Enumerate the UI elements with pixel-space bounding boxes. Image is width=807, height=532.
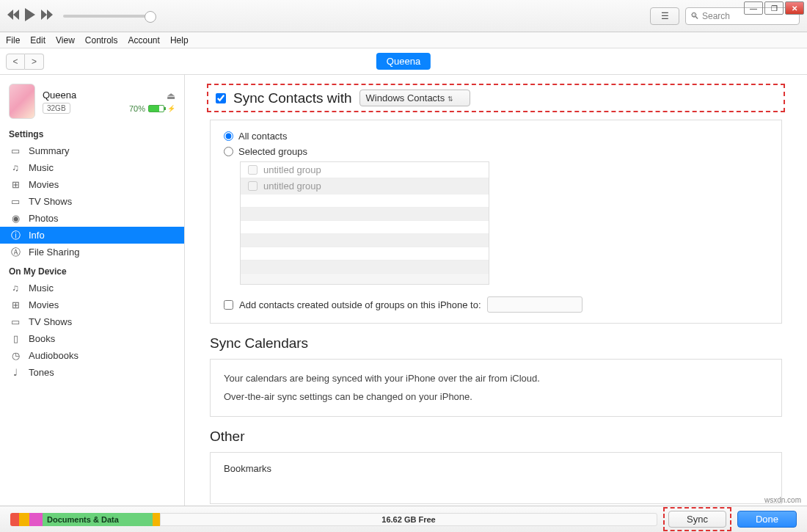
calendars-line2: Over-the-air sync settings can be change… [224, 388, 768, 407]
device-thumbnail-icon [9, 84, 35, 119]
sidebar-item-tvshows[interactable]: ▭TV Shows [0, 193, 184, 210]
nav-forward-button[interactable]: > [25, 54, 44, 70]
sync-button-highlight: Sync [663, 507, 731, 531]
group-checkbox [248, 165, 258, 175]
menu-file[interactable]: File [6, 35, 20, 45]
add-outside-checkbox[interactable] [224, 300, 233, 310]
sync-contacts-dropdown-value: Windows Contacts [366, 92, 445, 103]
bottom-bar: Documents & Data 16.62 GB Free Sync Done [0, 506, 807, 532]
sidebar-item-music[interactable]: ♫Music [0, 159, 184, 176]
sidebar-item-label: Books [29, 333, 55, 344]
calendars-line1: Your calendars are being synced with you… [224, 370, 768, 388]
window-controls: — ❐ ✕ [744, 1, 804, 15]
sidebar-ondevice-heading: On My Device [0, 260, 184, 280]
sidebar-item-info[interactable]: ⓘInfo [0, 227, 184, 244]
group-label: untitled group [263, 164, 321, 175]
sidebar-item-photos[interactable]: ◉Photos [0, 210, 184, 227]
battery-status: 70% ⚡ [129, 104, 175, 113]
other-heading: Other [210, 429, 782, 445]
sync-contacts-dropdown[interactable]: Windows Contacts ⇅ [359, 90, 470, 106]
sidebar: Queena 32GB ⏏ 70% ⚡ Settings ▭Summary ♫M… [0, 75, 185, 506]
radio-all-label: All contacts [238, 131, 287, 142]
prev-track-icon[interactable] [7, 10, 21, 22]
sidebar-item-label: Info [29, 230, 45, 241]
radio-selected-label: Selected groups [238, 146, 307, 157]
sidebar-item-label: Summary [29, 145, 70, 156]
sync-calendars-heading: Sync Calendars [210, 335, 782, 351]
toolbar: ☰ 🔍︎ Search [0, 0, 807, 32]
radio-selected-groups[interactable] [224, 147, 233, 156]
sidebar-item-label: Music [29, 283, 54, 294]
next-track-icon[interactable] [41, 10, 54, 22]
device-capacity-badge: 32GB [43, 103, 70, 114]
sidebar-item-label: TV Shows [29, 196, 72, 207]
sidebar-item-label: Tones [29, 367, 54, 378]
add-outside-label: Add contacts created outside of groups o… [239, 299, 481, 310]
sidebar-item-device-tvshows[interactable]: ▭TV Shows [0, 313, 184, 330]
sidebar-item-device-movies[interactable]: ⊞Movies [0, 296, 184, 313]
menu-bar: File Edit View Controls Account Help [0, 32, 807, 48]
sidebar-item-device-music[interactable]: ♫Music [0, 280, 184, 296]
sidebar-item-summary[interactable]: ▭Summary [0, 142, 184, 159]
sync-contacts-checkbox[interactable] [216, 93, 226, 103]
play-icon[interactable] [25, 8, 37, 23]
group-label: untitled group [263, 181, 321, 192]
summary-icon: ▭ [9, 146, 22, 156]
sidebar-item-label: Movies [29, 299, 59, 310]
sidebar-item-label: Movies [29, 179, 59, 190]
sync-button[interactable]: Sync [668, 511, 726, 528]
sync-contacts-highlight: Sync Contacts with Windows Contacts ⇅ [207, 84, 785, 112]
menu-controls[interactable]: Controls [85, 35, 118, 45]
sidebar-item-device-audiobooks[interactable]: ◷Audiobooks [0, 347, 184, 364]
sidebar-item-device-tones[interactable]: ♩Tones [0, 364, 184, 381]
other-bookmarks-row: Bookmarks [224, 463, 768, 474]
menu-edit[interactable]: Edit [30, 35, 45, 45]
tv-icon: ▭ [9, 197, 22, 207]
maximize-button[interactable]: ❐ [764, 1, 784, 15]
search-placeholder: Search [702, 11, 730, 21]
radio-all-contacts[interactable] [224, 131, 233, 141]
photos-icon: ◉ [9, 214, 22, 224]
storage-free-label: 16.62 GB Free [381, 515, 435, 524]
menu-account[interactable]: Account [128, 35, 160, 45]
tones-icon: ♩ [9, 368, 22, 378]
menu-help[interactable]: Help [170, 35, 189, 45]
search-icon: 🔍︎ [690, 11, 699, 21]
books-icon: ▯ [9, 334, 22, 344]
sidebar-item-filesharing[interactable]: ⒶFile Sharing [0, 244, 184, 260]
battery-icon [148, 105, 164, 112]
sidebar-item-label: File Sharing [29, 247, 79, 258]
add-outside-dropdown[interactable] [487, 296, 583, 313]
other-panel: Bookmarks [210, 452, 782, 504]
filesharing-icon: Ⓐ [9, 247, 22, 258]
storage-docs-label: Documents & Data [47, 515, 119, 524]
sidebar-item-device-books[interactable]: ▯Books [0, 330, 184, 347]
sidebar-item-label: Audiobooks [29, 350, 78, 361]
info-icon: ⓘ [9, 230, 22, 241]
done-button[interactable]: Done [737, 511, 797, 528]
device-name: Queena [43, 90, 122, 101]
watermark: wsxdn.com [764, 496, 801, 504]
group-checkbox [248, 181, 258, 191]
calendars-panel: Your calendars are being synced with you… [210, 359, 782, 417]
sidebar-item-movies[interactable]: ⊞Movies [0, 176, 184, 193]
movies-icon: ⊞ [9, 300, 22, 310]
groups-listbox[interactable]: untitled group untitled group [240, 161, 489, 285]
eject-icon[interactable]: ⏏ [167, 90, 175, 101]
tv-icon: ▭ [9, 317, 22, 327]
nav-back-button[interactable]: < [6, 54, 25, 70]
close-button[interactable]: ✕ [785, 1, 804, 15]
sidebar-item-label: TV Shows [29, 316, 72, 327]
movies-icon: ⊞ [9, 180, 22, 190]
volume-slider[interactable] [63, 15, 151, 18]
device-tab[interactable]: Queena [376, 53, 431, 70]
contacts-panel: All contacts Selected groups untitled gr… [210, 120, 782, 324]
device-header: Queena 32GB ⏏ 70% ⚡ [0, 79, 184, 123]
list-view-button[interactable]: ☰ [650, 7, 679, 25]
storage-bar: Documents & Data 16.62 GB Free [10, 513, 657, 526]
sidebar-item-label: Photos [29, 213, 58, 224]
music-icon: ♫ [9, 163, 22, 173]
minimize-button[interactable]: — [744, 1, 763, 15]
audiobooks-icon: ◷ [9, 351, 22, 361]
menu-view[interactable]: View [56, 35, 75, 45]
